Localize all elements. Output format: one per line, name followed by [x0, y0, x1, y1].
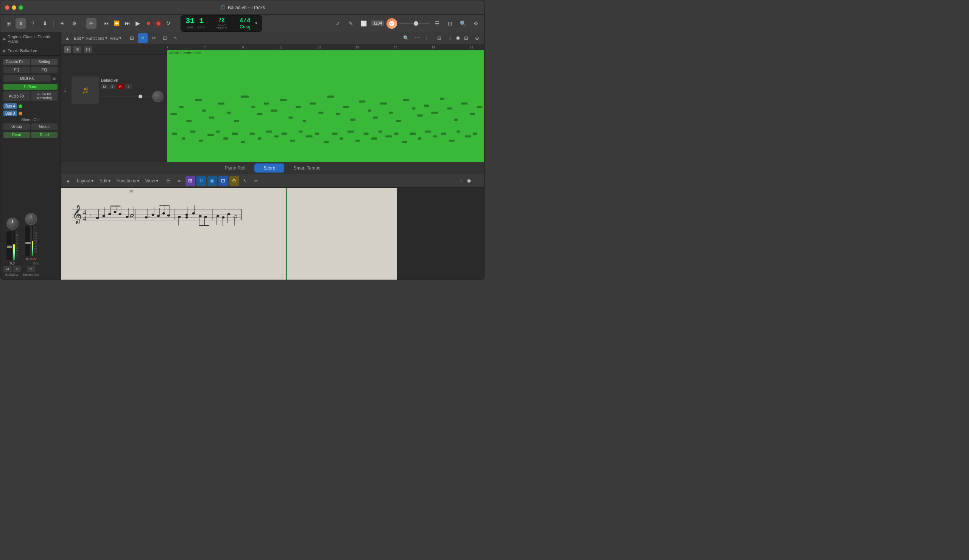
- toolbar-file-btn[interactable]: ⊞: [3, 18, 14, 29]
- pan-knob-1[interactable]: [7, 218, 18, 230]
- grid-view-btn[interactable]: ⊞: [127, 33, 137, 43]
- track-fader[interactable]: [101, 96, 151, 97]
- eq-btn[interactable]: EQ: [3, 66, 30, 73]
- editor-navigate-btn[interactable]: ▲: [63, 176, 73, 186]
- group-btn[interactable]: Group: [3, 123, 30, 130]
- audio-fx-btn[interactable]: Audio FX: [3, 91, 30, 101]
- toolbar-search-btn[interactable]: 🔍: [458, 18, 468, 29]
- pos-dropdown-btn[interactable]: ▾: [255, 21, 257, 26]
- align-btn[interactable]: ⊢: [423, 33, 433, 43]
- maximize-button[interactable]: [18, 5, 23, 10]
- score-lines-btn[interactable]: ≡: [175, 176, 184, 186]
- functions-dropdown-btn-2[interactable]: Functions ▾: [114, 177, 142, 184]
- level-slider[interactable]: [400, 23, 430, 24]
- right-main: ▲ Edit ▾ Functions ▾ View ▾ ⊞ ≡ ✂ ⊡: [61, 32, 484, 280]
- toolbar-cpu-btn[interactable]: ⚙: [471, 18, 481, 29]
- add-mark-btn[interactable]: ⊕: [472, 33, 482, 43]
- fader-track-2[interactable]: [25, 226, 31, 256]
- score-pencil-btn[interactable]: ✏: [251, 176, 261, 186]
- transport-rewind-btn[interactable]: ⏮: [101, 18, 111, 28]
- channel-name-btn[interactable]: Classic Ele...: [3, 59, 30, 65]
- functions-dropdown-btn[interactable]: Functions ▾: [86, 36, 108, 40]
- bus3-btn[interactable]: Bus 3: [3, 110, 17, 116]
- transport-loop-btn[interactable]: ↻: [163, 18, 173, 28]
- toolbar-pen2-btn[interactable]: ✎: [346, 18, 356, 29]
- fit-btn[interactable]: ↕: [445, 33, 455, 43]
- mute-btn-2[interactable]: M: [27, 266, 35, 272]
- track-solo-btn[interactable]: S: [109, 84, 116, 89]
- cursor-btn[interactable]: ↖: [171, 33, 181, 43]
- epiano-btn[interactable]: E-Piano: [3, 84, 58, 90]
- bus4-dot[interactable]: [18, 105, 22, 108]
- pan-knob-2[interactable]: [25, 213, 37, 225]
- midi-fx-btn[interactable]: MIDI FX: [3, 75, 51, 82]
- toolbar-mixer-btn[interactable]: ≡: [15, 18, 26, 29]
- eq2-btn[interactable]: EQ: [31, 66, 58, 73]
- mute-btn-1[interactable]: M: [3, 266, 12, 272]
- track-pan-knob[interactable]: [152, 91, 163, 102]
- transport-record-arm-btn[interactable]: ⬤: [154, 19, 162, 28]
- track-record-btn[interactable]: R: [117, 84, 124, 89]
- score-list-btn[interactable]: ☰: [163, 176, 173, 186]
- zoom-out-btn[interactable]: 🔍: [401, 33, 411, 43]
- editor-zoom-btn[interactable]: ↕: [456, 176, 466, 186]
- toolbar-list-btn[interactable]: ☰: [432, 18, 443, 29]
- score-canvas[interactable]: 29: [61, 188, 397, 280]
- toolbar-export-btn[interactable]: ⬇: [40, 18, 50, 29]
- editor-minus-btn[interactable]: —: [472, 176, 482, 186]
- navigate-up-btn[interactable]: ▲: [63, 35, 72, 42]
- read-btn[interactable]: Read: [3, 132, 30, 138]
- solo-btn-1[interactable]: S: [13, 266, 21, 272]
- minimize-button[interactable]: [12, 5, 16, 10]
- score-edit-btn[interactable]: ⊞: [185, 176, 195, 186]
- toolbar-validate-btn[interactable]: ✓: [333, 18, 343, 29]
- clip-1[interactable]: Classic Electric Piano: [167, 50, 484, 162]
- bus4-btn[interactable]: Bus 4: [3, 103, 17, 109]
- channel-setting-btn[interactable]: Setting: [31, 59, 58, 65]
- view-dropdown-btn-2[interactable]: View ▾: [143, 177, 160, 184]
- link-icon[interactable]: ⊕: [52, 75, 58, 82]
- track-mute-btn[interactable]: M: [101, 84, 108, 89]
- edit-dropdown-btn-2[interactable]: Edit ▾: [97, 177, 113, 184]
- edit-dropdown-btn[interactable]: Edit ▾: [74, 36, 84, 40]
- view-dropdown-btn[interactable]: View ▾: [110, 36, 122, 40]
- toolbar-settings-btn[interactable]: ☀: [57, 18, 67, 29]
- audio-fx2-btn[interactable]: Audio FX Mastering: [31, 91, 58, 101]
- read2-btn[interactable]: Read: [31, 132, 58, 138]
- toolbar-comp-btn[interactable]: ⊡: [445, 18, 455, 29]
- svg-rect-67: [371, 137, 377, 140]
- track-options-btn[interactable]: ⊞: [73, 46, 82, 53]
- score-mark-btn[interactable]: ◉: [207, 176, 217, 186]
- transport-record-btn[interactable]: ⏺: [143, 18, 153, 28]
- track-display-btn[interactable]: ⊡: [84, 46, 92, 53]
- toolbar-help-btn[interactable]: ?: [28, 18, 38, 29]
- fader-track-1[interactable]: [6, 231, 12, 261]
- transport-skip-start-btn[interactable]: ⏭: [122, 18, 132, 28]
- score-link-btn[interactable]: ⊕: [230, 176, 239, 186]
- col-btn[interactable]: ⊟: [434, 33, 444, 43]
- transport-back-btn[interactable]: ⏪: [112, 18, 122, 28]
- close-button[interactable]: [5, 5, 10, 10]
- transport-play-btn[interactable]: ▶: [133, 18, 143, 28]
- track-header[interactable]: ▶ Track: Ballad.vn: [0, 46, 61, 56]
- bus3-dot[interactable]: [18, 111, 22, 115]
- marquee-btn[interactable]: ⊡: [160, 33, 170, 43]
- list-view-btn[interactable]: ≡: [138, 33, 148, 43]
- add-track-btn[interactable]: +: [64, 46, 71, 53]
- piano-roll-tab[interactable]: Piano Roll: [215, 163, 255, 173]
- toolbar-eq-btn[interactable]: ⚙: [69, 18, 80, 29]
- score-cursor-btn[interactable]: ↖: [240, 176, 250, 186]
- region-header[interactable]: ▶ Region: Classic Electric Piano: [0, 32, 61, 46]
- score-loop-btn[interactable]: ↻: [196, 176, 206, 186]
- scissors-btn[interactable]: ✂: [149, 33, 158, 43]
- smart-tempo-tab[interactable]: Smart Tempo: [284, 163, 329, 173]
- layout-dropdown-btn[interactable]: Layout ▾: [75, 177, 96, 184]
- toolbar-snapshot-btn[interactable]: ⬜: [358, 18, 369, 29]
- group2-btn[interactable]: Group: [31, 123, 58, 130]
- toolbar-pencil-btn[interactable]: ✏: [86, 18, 97, 29]
- snap-btn[interactable]: ⊞: [461, 33, 471, 43]
- score-tab[interactable]: Score: [255, 163, 284, 173]
- track-input-btn[interactable]: I: [125, 84, 132, 89]
- score-connect-btn[interactable]: ⊡: [218, 176, 228, 186]
- waveform-btn[interactable]: 〰: [412, 33, 422, 43]
